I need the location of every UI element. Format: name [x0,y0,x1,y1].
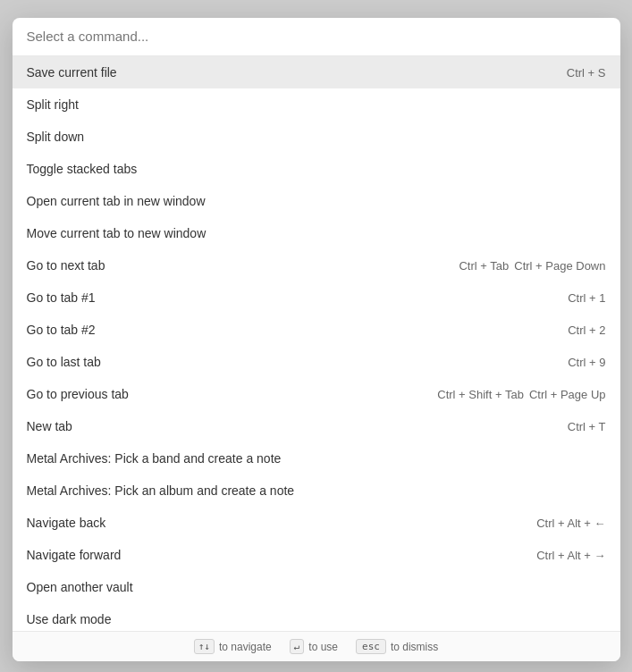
shortcut: Ctrl + Page Up [529,388,606,401]
search-area [13,18,620,56]
dismiss-key: esc [356,639,386,654]
shortcut-group: Ctrl + 9 [568,356,605,369]
dismiss-label: to dismiss [391,641,438,653]
command-item[interactable]: Go to previous tabCtrl + Shift + TabCtrl… [13,378,620,410]
command-label: Split right [27,97,606,112]
shortcut-group: Ctrl + S [567,66,606,80]
command-item[interactable]: New tabCtrl + T [13,410,620,442]
shortcut-group: Ctrl + 1 [568,291,605,305]
search-input[interactable] [27,29,606,44]
command-item[interactable]: Go to tab #2Ctrl + 2 [13,314,620,346]
command-item[interactable]: Go to next tabCtrl + TabCtrl + Page Down [13,249,620,281]
shortcut-group: Ctrl + Shift + TabCtrl + Page Up [437,388,605,401]
command-item[interactable]: Save current fileCtrl + S [13,56,620,88]
shortcut-group: Ctrl + Alt + ← [536,517,605,530]
modal-overlay: Save current fileCtrl + SSplit rightSpli… [0,0,632,672]
shortcut: Ctrl + S [567,66,606,80]
command-item[interactable]: Split down [13,121,620,153]
command-label: Use dark mode [27,612,606,626]
shortcut: Ctrl + 2 [568,323,605,337]
command-item[interactable]: Navigate forwardCtrl + Alt + → [13,539,620,571]
shortcut: Ctrl + Alt + ← [536,517,605,530]
shortcut-group: Ctrl + 2 [568,323,605,337]
command-item[interactable]: Split right [13,88,620,121]
command-label: Navigate back [27,516,537,530]
navigate-label: to navigate [219,641,272,653]
command-item[interactable]: Metal Archives: Pick a band and create a… [13,442,620,475]
shortcut: Ctrl + Tab [459,259,509,273]
command-item[interactable]: Metal Archives: Pick an album and create… [13,475,620,507]
command-label: New tab [27,419,568,433]
use-label: to use [308,641,338,653]
command-label: Open another vault [27,580,606,594]
command-item[interactable]: Go to tab #1Ctrl + 1 [13,281,620,314]
command-label: Toggle stacked tabs [27,162,606,176]
command-label: Go to last tab [27,355,569,369]
shortcut: Ctrl + 9 [568,356,605,369]
command-label: Go to tab #2 [27,323,569,337]
command-item[interactable]: Open another vault [13,571,620,603]
shortcut-group: Ctrl + Alt + → [536,549,605,562]
navigate-key: ↑↓ [194,639,215,654]
command-item[interactable]: Toggle stacked tabs [13,153,620,185]
shortcut: Ctrl + Page Down [514,259,605,273]
shortcut: Ctrl + T [568,420,606,433]
command-label: Metal Archives: Pick a band and create a… [27,451,606,466]
command-label: Save current file [27,65,567,80]
command-item[interactable]: Move current tab to new window [13,217,620,249]
use-key: ↵ [290,639,305,654]
shortcut: Ctrl + 1 [568,291,605,305]
shortcut-group: Ctrl + T [568,420,606,433]
command-label: Go to next tab [27,258,459,273]
shortcut: Ctrl + Shift + Tab [437,388,524,401]
command-label: Move current tab to new window [27,226,606,240]
shortcut: Ctrl + Alt + → [536,549,605,562]
command-label: Navigate forward [27,548,537,562]
shortcut-group: Ctrl + TabCtrl + Page Down [459,259,605,273]
command-label: Open current tab in new window [27,194,606,208]
command-palette: Save current fileCtrl + SSplit rightSpli… [13,18,620,661]
command-item[interactable]: Use dark mode [13,603,620,631]
command-label: Go to previous tab [27,387,438,401]
command-item[interactable]: Navigate backCtrl + Alt + ← [13,507,620,539]
use-hint: ↵ to use [290,639,338,654]
commands-list: Save current fileCtrl + SSplit rightSpli… [13,56,620,631]
command-item[interactable]: Open current tab in new window [13,185,620,217]
footer: ↑↓ to navigate ↵ to use esc to dismiss [13,631,620,661]
navigate-hint: ↑↓ to navigate [194,639,272,654]
dismiss-hint: esc to dismiss [356,639,438,654]
command-label: Split down [27,130,606,144]
command-label: Go to tab #1 [27,290,569,305]
command-label: Metal Archives: Pick an album and create… [27,483,606,498]
command-item[interactable]: Go to last tabCtrl + 9 [13,346,620,378]
